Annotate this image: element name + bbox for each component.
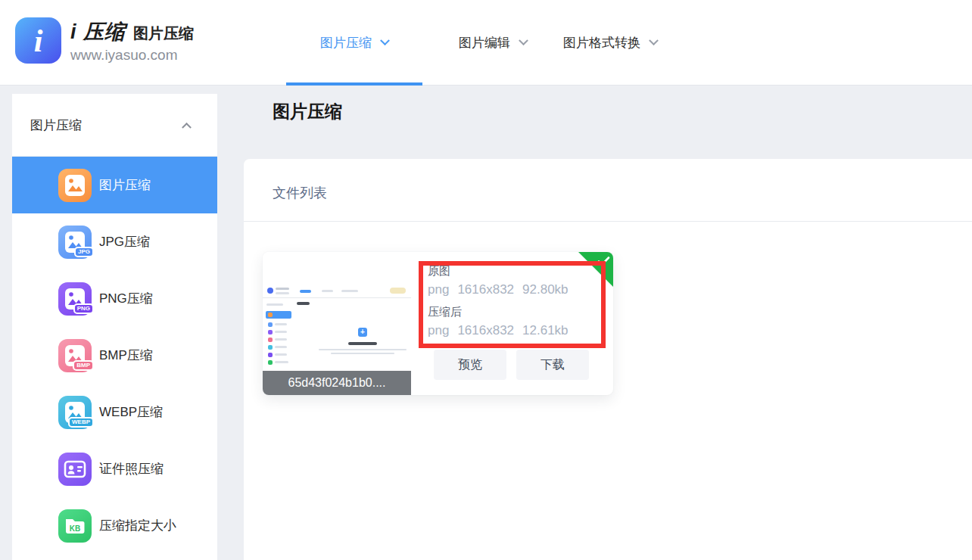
sidebar-group-header[interactable]: 图片压缩	[12, 94, 217, 157]
format-badge: PNG	[73, 303, 94, 314]
webp-icon: WEBP	[58, 396, 92, 429]
compressed-label: 压缩后	[428, 305, 577, 319]
nav-tab-label: 图片编辑	[459, 34, 510, 51]
nav-tab-image-compress[interactable]: 图片压缩	[286, 34, 422, 51]
file-list-title: 文件列表	[273, 184, 327, 202]
top-nav: 图片压缩 图片编辑 图片格式转换	[286, 0, 657, 86]
file-name: 65d43f024b1b0....	[263, 371, 411, 395]
file-actions: 预览 下载	[434, 350, 589, 380]
brand-logo-icon: i	[15, 17, 61, 64]
sidebar-item-label: PNG压缩	[99, 290, 153, 307]
content-panel: 文件列表	[244, 159, 972, 560]
png-icon: PNG	[58, 282, 92, 316]
chevron-up-icon	[182, 122, 192, 132]
original-format: png	[428, 282, 449, 297]
nav-tab-label: 图片格式转换	[563, 34, 640, 51]
brand[interactable]: i i 压缩 图片压缩 www.iyasuo.com	[15, 17, 194, 64]
original-info: png1616x83292.80kb	[428, 282, 577, 297]
sidebar-item-label: JPG压缩	[99, 233, 150, 250]
sidebar-item-label: WEBP压缩	[99, 403, 163, 421]
sidebar-item-webp-compress[interactable]: WEBP WEBP压缩	[12, 384, 217, 440]
file-card: + 65d43f024b1b0.... 原图 png1616x83292.80k…	[263, 252, 613, 395]
sidebar-item-id-photo-compress[interactable]: 证件照压缩	[12, 440, 217, 497]
sidebar-item-label: BMP压缩	[99, 347, 153, 364]
original-label: 原图	[428, 264, 577, 278]
sidebar-item-label: 压缩指定大小	[99, 517, 176, 534]
site-url: www.iyasuo.com	[70, 47, 194, 64]
brand-suffix: 图片压缩	[133, 23, 194, 44]
chevron-down-icon	[380, 36, 390, 45]
sidebar-group-title: 图片压缩	[30, 117, 82, 134]
kb-folder-icon: KB	[58, 509, 92, 543]
logo-letter: i	[34, 25, 43, 57]
sidebar: 图片压缩 图片压缩 JPG JPG压缩 PNG PNG压缩 BMP BMP压缩	[12, 94, 217, 560]
divider	[263, 297, 411, 298]
app-header: i i 压缩 图片压缩 www.iyasuo.com 图片压缩 图片编辑 图片格…	[0, 0, 972, 86]
compressed-format: png	[428, 323, 449, 338]
chevron-down-icon	[649, 36, 659, 45]
brand-name: i 压缩	[70, 18, 126, 45]
format-badge: BMP	[73, 360, 94, 371]
active-tab-underline	[286, 82, 422, 86]
bmp-icon: BMP	[58, 339, 92, 372]
jpg-icon: JPG	[58, 226, 92, 259]
svg-text:KB: KB	[70, 524, 80, 532]
format-badge: JPG	[74, 247, 94, 257]
chevron-down-icon	[519, 36, 528, 45]
nav-tab-label: 图片压缩	[320, 34, 372, 51]
file-thumbnail[interactable]: + 65d43f024b1b0....	[263, 252, 411, 395]
sidebar-item-png-compress[interactable]: PNG PNG压缩	[12, 270, 217, 327]
compressed-dimensions: 1616x832	[457, 323, 514, 338]
preview-button[interactable]: 预览	[434, 350, 506, 380]
id-card-icon	[58, 453, 92, 486]
download-button[interactable]: 下载	[516, 350, 589, 380]
compression-details: 原图 png1616x83292.80kb 压缩后 png1616x83212.…	[428, 264, 577, 346]
compressed-info: png1616x83212.61kb	[428, 323, 577, 338]
success-check-icon	[578, 252, 613, 287]
compressed-size: 12.61kb	[522, 323, 569, 338]
sidebar-item-image-compress[interactable]: 图片压缩	[12, 157, 217, 213]
nav-tab-image-edit[interactable]: 图片编辑	[459, 34, 527, 51]
original-size: 92.80kb	[522, 282, 569, 297]
image-compress-icon	[58, 169, 92, 202]
nav-tab-format-convert[interactable]: 图片格式转换	[563, 34, 657, 51]
sidebar-item-bmp-compress[interactable]: BMP BMP压缩	[12, 327, 217, 384]
format-badge: WEBP	[68, 417, 94, 428]
sidebar-item-label: 图片压缩	[99, 176, 151, 194]
original-dimensions: 1616x832	[457, 282, 514, 297]
divider	[244, 221, 972, 222]
page-title: 图片压缩	[273, 100, 342, 123]
sidebar-item-label: 证件照压缩	[99, 460, 164, 478]
sidebar-item-jpg-compress[interactable]: JPG JPG压缩	[12, 213, 217, 270]
sidebar-item-compress-to-size[interactable]: KB 压缩指定大小	[12, 497, 217, 554]
